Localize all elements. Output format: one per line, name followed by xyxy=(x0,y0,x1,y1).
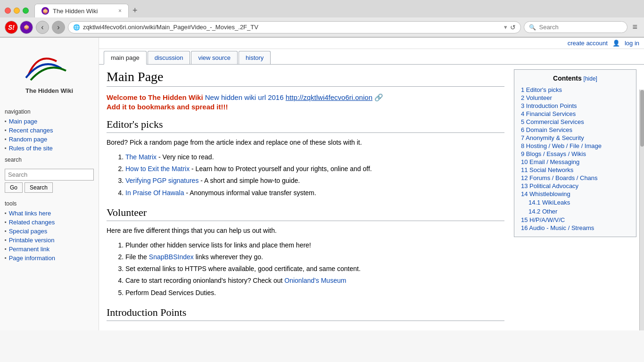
toc-link[interactable]: 11 Social Networks xyxy=(521,166,573,173)
sidebar-tool-link[interactable]: Permanent link xyxy=(9,246,50,253)
scrollbar[interactable] xyxy=(639,90,644,330)
sidebar-nav-link[interactable]: Rules of the site xyxy=(9,145,53,152)
toc-item: 4 Financial Services xyxy=(521,110,629,118)
toc-item: 14.2 Other xyxy=(521,207,629,216)
wiki-main: create account 👤 log in main pagediscuss… xyxy=(99,38,644,330)
sidebar-tool-link[interactable]: Printable version xyxy=(9,237,55,244)
sidebar-tool-item: Special pages xyxy=(5,227,99,236)
list-item: Care to start recording onionland's hist… xyxy=(125,275,504,287)
wiki-tab-history[interactable]: history xyxy=(239,51,271,64)
wiki-content: Main Page Welcome to The Hidden Wiki New… xyxy=(99,65,644,330)
extension-buttons: S! 🧅 xyxy=(5,21,33,34)
toc-sublink[interactable]: 14.2 Other xyxy=(528,208,557,215)
welcome-url-link[interactable]: http://zqktlwi4fecvo6ri.onion xyxy=(286,93,372,101)
toc-link[interactable]: 2 Volunteer xyxy=(521,94,552,101)
toc-link[interactable]: 13 Political Advocacy xyxy=(521,182,578,189)
sidebar-tool-link[interactable]: Page information xyxy=(9,255,55,262)
toc-link[interactable]: 15 H/P/A/W/V/C xyxy=(521,216,565,223)
toc-item: 6 Domain Services xyxy=(521,126,629,134)
list-item: Verifying PGP signatures - A short and s… xyxy=(125,175,504,187)
scrollbar-thumb[interactable] xyxy=(640,90,644,147)
toc-item: 8 Hosting / Web / File / Image xyxy=(521,142,629,150)
article-link[interactable]: SnapBBSIndex xyxy=(149,253,194,261)
article-link[interactable]: How to Exit the Matrix xyxy=(125,165,190,173)
tools-section-title: tools xyxy=(0,197,99,209)
login-link[interactable]: log in xyxy=(625,40,639,47)
minimize-window-button[interactable] xyxy=(14,8,20,14)
sidebar-tool-link[interactable]: What links here xyxy=(9,210,51,217)
create-account-link[interactable]: create account xyxy=(568,40,608,47)
toc-link[interactable]: 1 Editor's picks xyxy=(521,86,562,93)
toc-link[interactable]: 8 Hosting / Web / File / Image xyxy=(521,142,602,149)
toc-subitem: 14.2 Other xyxy=(528,207,629,215)
toc-hide-button[interactable]: [hide] xyxy=(584,75,597,82)
welcome-banner: Welcome to The Hidden Wiki New hidden wi… xyxy=(107,93,504,111)
article-link[interactable]: Verifying PGP signatures xyxy=(125,177,198,184)
window-controls xyxy=(5,8,29,14)
external-link-icon: 🔗 xyxy=(374,93,383,101)
toc-link[interactable]: 7 Anonymity & Security xyxy=(521,134,584,141)
toc-link[interactable]: 16 Audio - Music / Streams xyxy=(521,224,594,231)
tab-close-button[interactable]: × xyxy=(118,8,122,14)
url-dropdown-icon[interactable]: ▾ xyxy=(504,24,507,31)
forward-button[interactable]: › xyxy=(52,21,65,34)
url-bar[interactable]: 🌐 zqktlwi4fecvo6ri.onion/wiki/Main_Page#… xyxy=(68,21,521,33)
browser-search-bar[interactable]: 🔍 xyxy=(524,21,627,33)
browser-tab[interactable]: 🧅 The Hidden Wiki × xyxy=(34,4,129,17)
new-tab-button[interactable]: + xyxy=(129,4,141,17)
toc-item: 7 Anonymity & Security xyxy=(521,134,629,142)
browser-search-input[interactable] xyxy=(539,24,622,31)
reload-button[interactable]: ↺ xyxy=(510,24,516,31)
toc-link[interactable]: 14 Whistleblowing xyxy=(521,190,570,197)
sidebar-tool-link[interactable]: Related changes xyxy=(9,219,55,226)
toc-link[interactable]: 10 Email / Messaging xyxy=(521,158,579,165)
toc-item: 11 Social Networks xyxy=(521,166,629,174)
toc-item: 15 H/P/A/W/V/C xyxy=(521,216,629,224)
wiki-tab-discussion[interactable]: discussion xyxy=(148,51,190,64)
list-item: Perform Dead Services Duties. xyxy=(125,287,504,299)
wiki-tab-main-page[interactable]: main page xyxy=(104,51,147,65)
toc-link[interactable]: 3 Introduction Points xyxy=(521,102,577,109)
wiki-sidebar: The Hidden Wiki navigation Main pageRece… xyxy=(0,38,99,330)
list-item: How to Exit the Matrix - Learn how to Pr… xyxy=(125,163,504,175)
sidebar-nav-link[interactable]: Random page xyxy=(9,136,48,143)
list-item: File the SnapBBSIndex links wherever the… xyxy=(125,251,504,263)
sidebar-nav-link[interactable]: Main page xyxy=(9,118,38,125)
wiki-tab-view-source[interactable]: view source xyxy=(191,51,238,64)
article-link[interactable]: Onionland's Museum xyxy=(284,277,346,284)
title-bar: 🧅 The Hidden Wiki × + xyxy=(0,0,644,17)
toc-link[interactable]: 12 Forums / Boards / Chans xyxy=(521,174,598,181)
sidebar-search-input[interactable] xyxy=(5,169,94,181)
tor-extension-button[interactable]: 🧅 xyxy=(20,21,33,34)
sidebar-nav-link[interactable]: Recent changes xyxy=(9,127,53,134)
toc-item: 9 Blogs / Essays / Wikis xyxy=(521,150,629,158)
browser-search-icon: 🔍 xyxy=(529,24,536,31)
toc-item: 14.1 WikiLeaks xyxy=(521,198,629,207)
toc-link[interactable]: 5 Commercial Services xyxy=(521,118,584,125)
tools-nav: What links hereRelated changesSpecial pa… xyxy=(0,209,99,263)
editors-picks-list: The Matrix - Very nice to read.How to Ex… xyxy=(125,151,504,199)
sidebar-go-button[interactable]: Go xyxy=(5,182,23,193)
browser-chrome: 🧅 The Hidden Wiki × + S! 🧅 ‹ › 🌐 zqktlwi… xyxy=(0,0,644,38)
browser-menu-button[interactable]: ≡ xyxy=(630,20,639,34)
sidebar-search-button[interactable]: Search xyxy=(25,182,53,193)
sidebar-logo: The Hidden Wiki xyxy=(0,42,99,105)
toc-link[interactable]: 4 Financial Services xyxy=(521,110,576,117)
volunteer-intro: Here are five different things that you … xyxy=(107,226,504,236)
welcome-red2-text: Add it to bookmarks and spread it!!! xyxy=(107,103,504,111)
toc-link[interactable]: 9 Blogs / Essays / Wikis xyxy=(521,150,586,157)
close-window-button[interactable] xyxy=(5,8,11,14)
toc-link[interactable]: 6 Domain Services xyxy=(521,126,572,133)
url-security-icon: 🌐 xyxy=(73,24,80,31)
sidebar-tool-item: Page information xyxy=(5,254,99,263)
article-link[interactable]: The Matrix xyxy=(125,153,157,161)
s-extension-button[interactable]: S! xyxy=(5,21,18,34)
editors-picks-heading: Editor's picks xyxy=(107,118,504,133)
sidebar-tool-link[interactable]: Special pages xyxy=(9,228,48,235)
toc-item: 10 Email / Messaging xyxy=(521,158,629,166)
intro-points-heading: Introduction Points xyxy=(107,306,504,321)
toc-sublink[interactable]: 14.1 WikiLeaks xyxy=(528,199,570,206)
back-button[interactable]: ‹ xyxy=(36,21,49,34)
article-link[interactable]: In Praise Of Hawala xyxy=(125,189,184,197)
maximize-window-button[interactable] xyxy=(23,8,29,14)
